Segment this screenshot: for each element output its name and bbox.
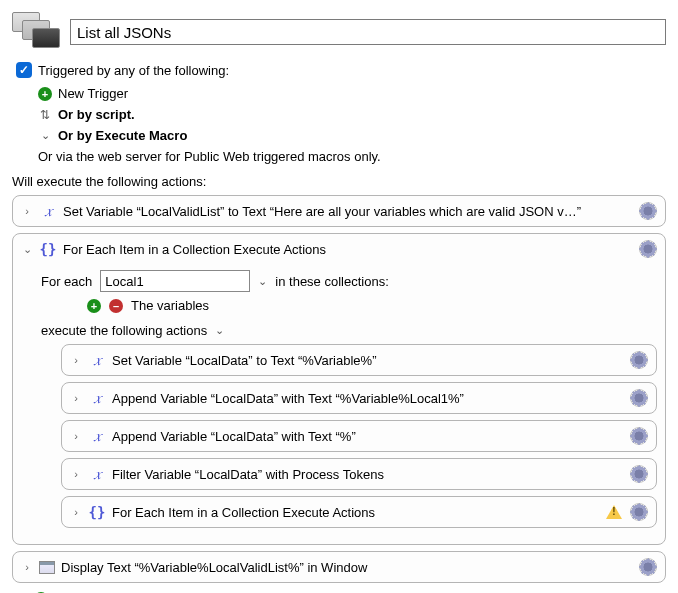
gear-icon[interactable] bbox=[630, 503, 648, 521]
triggered-by-line: ✓ Triggered by any of the following: bbox=[16, 62, 666, 78]
action-for-each-outer[interactable]: ⌄ {} For Each Item in a Collection Execu… bbox=[12, 233, 666, 545]
web-server-label: Or via the web server for Public Web tri… bbox=[38, 149, 666, 164]
action-append-local1[interactable]: › 𝑥 Append Variable “LocalData” with Tex… bbox=[61, 382, 657, 414]
chevron-right-icon[interactable]: › bbox=[70, 430, 82, 442]
window-icon bbox=[39, 561, 55, 574]
variable-icon: 𝑥 bbox=[88, 465, 106, 483]
action-body: For each ⌄ in these collections: + – The… bbox=[19, 260, 659, 540]
for-each-line: For each ⌄ in these collections: bbox=[41, 270, 657, 292]
chevron-down-icon: ⌄ bbox=[38, 129, 52, 142]
execute-actions-line: execute the following actions ⌄ bbox=[41, 323, 657, 338]
minus-icon[interactable]: – bbox=[109, 299, 123, 313]
updown-icon: ⇅ bbox=[38, 108, 52, 122]
header-row bbox=[12, 12, 666, 52]
action-for-each-inner[interactable]: › {} For Each Item in a Collection Execu… bbox=[61, 496, 657, 528]
gear-icon[interactable] bbox=[639, 240, 657, 258]
chevron-right-icon[interactable]: › bbox=[70, 392, 82, 404]
warning-icon bbox=[606, 505, 622, 519]
variable-icon: 𝑥 bbox=[88, 351, 106, 369]
dropdown-icon[interactable]: ⌄ bbox=[215, 324, 224, 337]
variable-icon: 𝑥 bbox=[88, 427, 106, 445]
action-display-text[interactable]: › Display Text “%Variable%LocalValidList… bbox=[12, 551, 666, 583]
chevron-down-icon[interactable]: ⌄ bbox=[21, 243, 33, 256]
action-label: Display Text “%Variable%LocalValidList%”… bbox=[61, 560, 633, 575]
for-each-label: For each bbox=[41, 274, 92, 289]
actions-heading: Will execute the following actions: bbox=[12, 174, 666, 189]
collection-label[interactable]: The variables bbox=[131, 298, 209, 313]
chevron-right-icon[interactable]: › bbox=[70, 354, 82, 366]
or-execute-row[interactable]: ⌄ Or by Execute Macro bbox=[38, 128, 666, 143]
action-label: Set Variable “LocalData” to Text “%Varia… bbox=[112, 353, 624, 368]
macro-icon-stack bbox=[12, 12, 60, 52]
in-collections-label: in these collections: bbox=[275, 274, 388, 289]
dropdown-icon[interactable]: ⌄ bbox=[258, 275, 267, 288]
plus-icon: + bbox=[38, 87, 52, 101]
gear-icon[interactable] bbox=[630, 465, 648, 483]
for-variable-input[interactable] bbox=[100, 270, 250, 292]
action-append-percent[interactable]: › 𝑥 Append Variable “LocalData” with Tex… bbox=[61, 420, 657, 452]
action-label: For Each Item in a Collection Execute Ac… bbox=[63, 242, 633, 257]
execute-label: execute the following actions bbox=[41, 323, 207, 338]
chevron-right-icon[interactable]: › bbox=[70, 468, 82, 480]
chevron-right-icon[interactable]: › bbox=[21, 561, 33, 573]
action-filter-tokens[interactable]: › 𝑥 Filter Variable “LocalData” with Pro… bbox=[61, 458, 657, 490]
action-label: Set Variable “LocalValidList” to Text “H… bbox=[63, 204, 633, 219]
gear-icon[interactable] bbox=[630, 389, 648, 407]
or-execute-label: Or by Execute Macro bbox=[58, 128, 187, 143]
plus-icon[interactable]: + bbox=[87, 299, 101, 313]
action-label: Append Variable “LocalData” with Text “%… bbox=[112, 391, 624, 406]
gear-icon[interactable] bbox=[639, 558, 657, 576]
triggers-section: ✓ Triggered by any of the following: + N… bbox=[16, 62, 666, 164]
triggered-label: Triggered by any of the following: bbox=[38, 63, 229, 78]
action-set-variable-localvalidlist[interactable]: › 𝑥 Set Variable “LocalValidList” to Tex… bbox=[12, 195, 666, 227]
chevron-right-icon[interactable]: › bbox=[70, 506, 82, 518]
gear-icon[interactable] bbox=[630, 351, 648, 369]
new-trigger-row[interactable]: + New Trigger bbox=[38, 86, 666, 101]
gear-icon[interactable] bbox=[630, 427, 648, 445]
chevron-right-icon[interactable]: › bbox=[21, 205, 33, 217]
new-trigger-label: New Trigger bbox=[58, 86, 128, 101]
action-label: Filter Variable “LocalData” with Process… bbox=[112, 467, 624, 482]
triggered-checkbox[interactable]: ✓ bbox=[16, 62, 32, 78]
collections-line: + – The variables bbox=[87, 298, 657, 313]
variable-icon: 𝑥 bbox=[39, 202, 57, 220]
variable-icon: 𝑥 bbox=[88, 389, 106, 407]
braces-icon: {} bbox=[39, 241, 57, 257]
action-label: For Each Item in a Collection Execute Ac… bbox=[112, 505, 600, 520]
braces-icon: {} bbox=[88, 504, 106, 520]
action-label: Append Variable “LocalData” with Text “%… bbox=[112, 429, 624, 444]
gear-icon[interactable] bbox=[639, 202, 657, 220]
macro-title-input[interactable] bbox=[70, 19, 666, 45]
action-set-variable-localdata[interactable]: › 𝑥 Set Variable “LocalData” to Text “%V… bbox=[61, 344, 657, 376]
nested-actions: › 𝑥 Set Variable “LocalData” to Text “%V… bbox=[61, 344, 657, 528]
or-script-label: Or by script. bbox=[58, 107, 135, 122]
or-script-row[interactable]: ⇅ Or by script. bbox=[38, 107, 666, 122]
